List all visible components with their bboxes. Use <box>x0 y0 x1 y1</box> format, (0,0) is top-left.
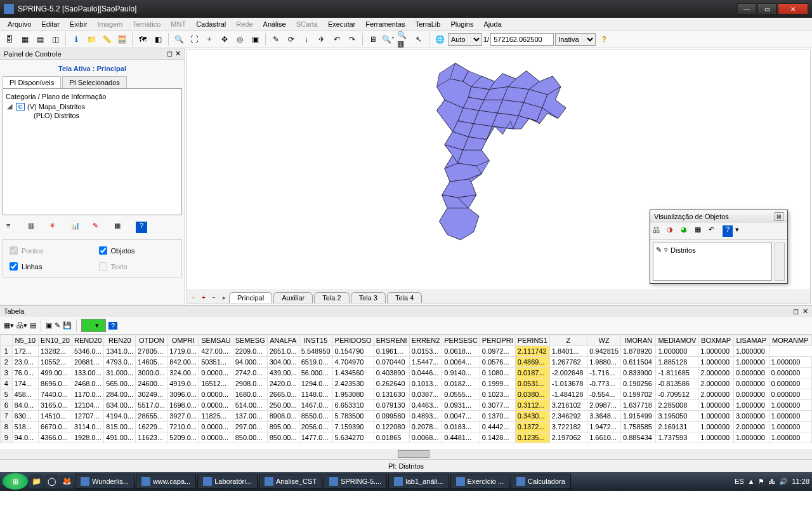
table-cell[interactable]: 1.000000 <box>733 357 769 368</box>
undo2-icon[interactable]: ↶ <box>709 225 720 237</box>
table-cell[interactable]: 0.0000... <box>199 400 233 411</box>
row-header[interactable]: 2 <box>1 357 13 368</box>
task-item[interactable]: lab1_análi... <box>388 474 449 489</box>
menu-terralib[interactable]: TerraLib <box>410 20 446 28</box>
table-cell[interactable]: 2.111742 <box>515 346 549 357</box>
table-cell[interactable]: 1.000000 <box>698 411 734 422</box>
table-cell[interactable]: 2209.0... <box>233 346 267 357</box>
props2-icon[interactable]: ▣ <box>46 321 52 330</box>
task-item[interactable]: Exercício ... <box>450 474 509 489</box>
select-all-icon[interactable]: ▤ <box>30 321 36 330</box>
table-cell[interactable]: 518... <box>12 422 38 432</box>
table-cell[interactable]: 0.0000... <box>199 432 233 443</box>
db-icon[interactable]: 🗄 <box>3 32 16 46</box>
table-cell[interactable]: 1.637718 <box>621 400 656 411</box>
table-cell[interactable]: 439.00... <box>267 368 299 378</box>
color-swatch[interactable]: ▾ <box>81 319 106 332</box>
col-header[interactable]: N5_10 <box>12 335 38 346</box>
table-cell[interactable]: 0.1370... <box>480 411 515 422</box>
menu-mnt[interactable]: MNT <box>166 20 191 28</box>
table-cell[interactable]: 3165.0... <box>39 400 72 411</box>
ruler-icon[interactable]: 📏 <box>100 32 114 46</box>
table-cell[interactable]: 13282... <box>39 346 72 357</box>
panel-undock-icon[interactable]: ◻ <box>167 50 173 58</box>
table-cell[interactable]: 1719.0... <box>167 346 199 357</box>
undo-icon[interactable]: ↶ <box>330 32 344 46</box>
table-cell[interactable]: 56.000... <box>299 368 332 378</box>
help4-icon[interactable]: ? <box>108 322 117 330</box>
table-cell[interactable]: 0.0387... <box>409 389 442 400</box>
table-cell[interactable]: 5209.0... <box>167 432 199 443</box>
flight-icon[interactable]: ✈ <box>315 32 329 46</box>
table-cell[interactable]: 1.000000 <box>769 432 811 443</box>
table-cell[interactable]: 1.000000 <box>733 432 769 443</box>
table-cell[interactable]: 174... <box>12 378 38 389</box>
table-cell[interactable]: 4793.0... <box>104 357 136 368</box>
table-cell[interactable]: 1.915499 <box>621 411 656 422</box>
task-item[interactable]: Analise_CST <box>259 474 322 489</box>
table-cell[interactable]: 2742.0... <box>233 368 267 378</box>
table-cell[interactable]: 1477.0... <box>299 432 332 443</box>
table-cell[interactable]: 0.885434 <box>621 432 656 443</box>
table-cell[interactable]: 0.0153... <box>409 346 442 357</box>
table-cell[interactable]: 2.000000 <box>698 389 734 400</box>
map-tab-tela3[interactable]: Tela 3 <box>351 292 386 303</box>
table-cell[interactable]: 1.885128 <box>656 357 698 368</box>
table-cell[interactable]: 1.000000 <box>656 346 698 357</box>
table-cell[interactable]: 895.00... <box>267 422 299 432</box>
menu-exibir[interactable]: Exibir <box>65 20 93 28</box>
col-header[interactable]: PERIDOSO <box>332 335 374 346</box>
table-cell[interactable]: 0.000000 <box>733 378 769 389</box>
table-cell[interactable]: 28655... <box>136 411 167 422</box>
table-cell[interactable]: 3114.0... <box>72 422 103 432</box>
group1-icon[interactable]: ▦▾ <box>4 321 14 330</box>
table-cell[interactable]: 0.0047... <box>442 411 480 422</box>
table-cell[interactable]: 0.000000 <box>769 389 811 400</box>
globe-icon[interactable]: 🌐 <box>433 32 447 46</box>
table-cell[interactable]: 0.01865 <box>374 432 409 443</box>
object-list[interactable]: ✎▿Distritos <box>653 243 772 281</box>
col-header[interactable]: ERSRENI <box>374 335 409 346</box>
table-cell[interactable]: 14510... <box>39 411 72 422</box>
zoom-sync-icon[interactable]: 🔍ᐩ <box>381 32 395 46</box>
map-tab-tela4[interactable]: Tela 4 <box>387 292 422 303</box>
table-cell[interactable]: 2056.0... <box>299 422 332 432</box>
menu-scarta[interactable]: SCarta <box>291 20 323 28</box>
chk-texto[interactable]: Texto <box>99 262 176 271</box>
table-cell[interactable]: 27805... <box>136 346 167 357</box>
table-cell[interactable]: -1.013678 <box>549 378 587 389</box>
table-cell[interactable]: 84.0... <box>12 400 38 411</box>
table-cell[interactable]: 0.0576... <box>480 357 515 368</box>
props-icon[interactable]: ▦ <box>114 222 126 233</box>
object-viewer-panel[interactable]: Visualização de Objetos ⊠ 品 ◑ ◕ ▦ ↶ ? ▾ … <box>650 210 788 284</box>
table-cell[interactable]: 8696.0... <box>39 378 72 389</box>
remove-tab-icon[interactable]: − <box>210 294 218 303</box>
col-header[interactable]: MEDIAMOV <box>656 335 698 346</box>
table-cell[interactable]: 1.9880... <box>587 357 621 368</box>
table-cell[interactable]: 3927.0... <box>167 411 199 422</box>
table-cell[interactable]: 6670.0... <box>39 422 72 432</box>
table-cell[interactable]: 1170.0... <box>72 389 103 400</box>
table-cell[interactable]: -1.811685 <box>656 368 698 378</box>
grid-icon[interactable]: ▤ <box>33 32 47 46</box>
table-cell[interactable]: 514.00... <box>233 400 267 411</box>
table-cell[interactable]: 565.00... <box>104 378 136 389</box>
table-cell[interactable]: 0.154790 <box>332 346 374 357</box>
table-cell[interactable]: 1.6610... <box>587 432 621 443</box>
task-item[interactable]: Wunderlis... <box>75 474 134 489</box>
table-cell[interactable]: 3.195050 <box>656 411 698 422</box>
panel-close-icon[interactable]: ✕ <box>175 50 181 58</box>
table-cell[interactable]: 1467.0... <box>299 400 332 411</box>
layers-icon[interactable]: ▦ <box>18 32 32 46</box>
table-cell[interactable]: 0.4481... <box>442 432 480 443</box>
table-cell[interactable]: 1.000000 <box>698 346 734 357</box>
col-header[interactable]: MORANMP <box>769 335 811 346</box>
table-cell[interactable]: 172... <box>12 346 38 357</box>
table-cell[interactable]: 0.0618... <box>442 346 480 357</box>
zoom-full-icon[interactable]: ▣ <box>248 32 262 46</box>
cursor-icon[interactable]: ↖ <box>412 32 426 46</box>
table-cell[interactable]: 427.00... <box>199 346 233 357</box>
table-cell[interactable]: 0.1961... <box>374 346 409 357</box>
table-cell[interactable]: 5.634270 <box>332 432 374 443</box>
table-undock-icon[interactable]: ◻ <box>793 307 799 316</box>
